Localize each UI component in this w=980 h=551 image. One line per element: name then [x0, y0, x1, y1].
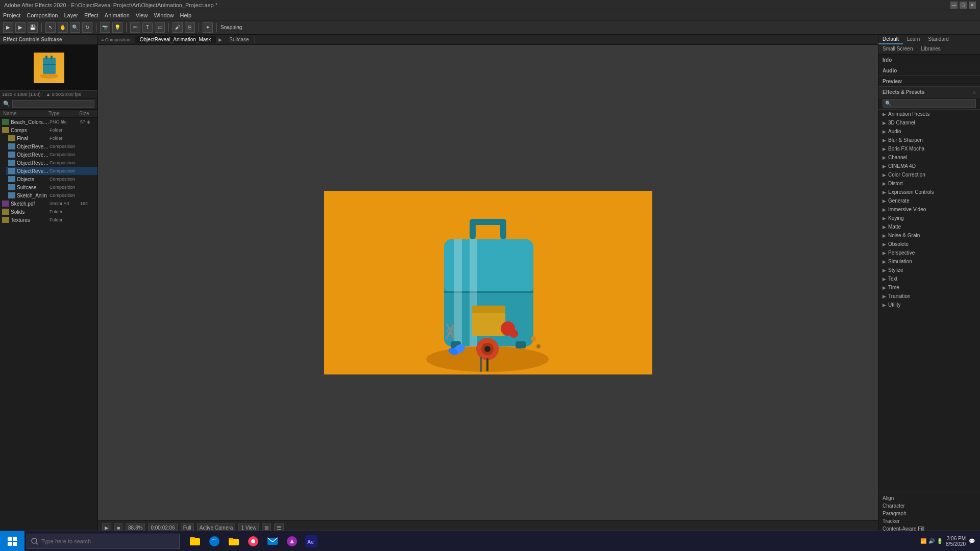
effect-immersive-video[interactable]: ▶ Immersive Video: [878, 205, 980, 214]
taskbar-folder[interactable]: [225, 532, 243, 550]
maximize-button[interactable]: □: [960, 2, 967, 9]
item-name: Textures: [11, 217, 50, 223]
toolbar-puppet[interactable]: ✦: [203, 22, 213, 33]
comp-tab-mask[interactable]: ObjectReveal_Animation_Mask: [135, 36, 217, 43]
menu-composition[interactable]: Composition: [27, 12, 58, 18]
title-bar-controls[interactable]: — □ ✕: [950, 2, 976, 9]
toolbar-new[interactable]: ▶: [3, 22, 13, 33]
taskbar-file-explorer[interactable]: [186, 532, 204, 550]
toolbar-light[interactable]: 💡: [112, 22, 122, 33]
effect-matte[interactable]: ▶ Matte: [878, 222, 980, 231]
effects-search-input[interactable]: [883, 99, 976, 108]
effect-obsolete[interactable]: ▶ Obsolete: [878, 240, 980, 248]
tab-default[interactable]: Default: [878, 35, 903, 44]
toolbar-save[interactable]: 💾: [28, 22, 38, 33]
effect-time[interactable]: ▶ Time: [878, 283, 980, 292]
menu-view[interactable]: View: [136, 12, 148, 18]
project-item-objectreveal-anim[interactable]: ObjectReveal_3_Animation Composition: [6, 142, 97, 151]
project-item-objects[interactable]: Objects Composition: [6, 175, 97, 183]
project-item-comps[interactable]: Comps Folder: [0, 126, 97, 134]
effect-boris-fx[interactable]: ▶ Boris FX Mocha: [878, 144, 980, 153]
item-icon-comp: [8, 160, 15, 166]
effect-color-correction[interactable]: ▶ Color Correction: [878, 170, 980, 179]
toolbar-paint[interactable]: 🖌: [173, 22, 183, 33]
toolbar-camera[interactable]: 📷: [100, 22, 110, 33]
toolbar-clone[interactable]: ⎘: [185, 22, 195, 33]
effect-channel[interactable]: ▶ Channel: [878, 153, 980, 162]
paragraph-section[interactable]: Paragraph: [883, 510, 976, 517]
effect-expression-controls[interactable]: ▶ Expression Controls: [878, 188, 980, 196]
preview-small: [0, 45, 97, 91]
align-section[interactable]: Align: [883, 494, 976, 502]
taskbar-photos[interactable]: [283, 532, 301, 550]
project-item-textures[interactable]: Textures Folder: [0, 216, 97, 224]
effects-search[interactable]: [878, 97, 980, 110]
project-item-objectreveal-effects[interactable]: ObjectReveal_Effects Composition: [6, 151, 97, 159]
menu-animation[interactable]: Animation: [105, 12, 130, 18]
comp-tab-suitcase[interactable]: Suitcase: [224, 36, 254, 43]
toolbar-select[interactable]: ↖: [45, 22, 56, 33]
effect-perspective[interactable]: ▶ Perspective: [878, 248, 980, 257]
effect-generate[interactable]: ▶ Generate: [878, 196, 980, 205]
effect-distort[interactable]: ▶ Distort: [878, 179, 980, 188]
project-item-objectreveal-effects-insta[interactable]: ObjectReveal_Effects_Insta Composition: [6, 159, 97, 167]
minimize-button[interactable]: —: [950, 2, 958, 9]
project-item-solids[interactable]: Solids Folder: [0, 208, 97, 216]
tab-small-screen[interactable]: Small Screen: [878, 44, 917, 54]
menu-project[interactable]: Project: [3, 12, 20, 18]
effect-audio[interactable]: ▶ Audio: [878, 127, 980, 136]
svg-rect-36: [13, 542, 17, 546]
project-item-suitcase[interactable]: Suitcase Composition: [6, 183, 97, 191]
character-section[interactable]: Character: [883, 502, 976, 510]
taskbar-mail[interactable]: [263, 532, 282, 550]
project-item-final[interactable]: Final Folder: [6, 134, 97, 142]
toolbar-text[interactable]: T: [142, 22, 153, 33]
taskbar-search-bar[interactable]: [27, 534, 180, 549]
effect-blur-sharpen[interactable]: ▶ Blur & Sharpen: [878, 136, 980, 144]
effects-options-icon[interactable]: ≡: [973, 89, 976, 95]
tracker-section[interactable]: Tracker: [883, 517, 976, 525]
project-item-beach-colors[interactable]: Beach_Colors.png PNG file 57 ◈: [0, 118, 97, 126]
taskbar-search-input[interactable]: [41, 538, 175, 544]
effect-simulation[interactable]: ▶ Simulation: [878, 257, 980, 266]
menu-layer[interactable]: Layer: [64, 12, 78, 18]
effect-text[interactable]: ▶ Text: [878, 274, 980, 283]
project-search-input[interactable]: [12, 100, 94, 108]
effect-transition[interactable]: ▶ Transition: [878, 292, 980, 300]
menu-help[interactable]: Help: [180, 12, 192, 18]
notification-icon[interactable]: 💬: [969, 538, 975, 544]
toolbar-zoom[interactable]: 🔍: [70, 22, 80, 33]
svg-point-41: [209, 536, 219, 546]
taskbar-clock[interactable]: 3:06 PM 8/5/2020: [946, 536, 966, 547]
effect-utility[interactable]: ▶ Utility: [878, 300, 980, 309]
project-item-objectreveal-mask[interactable]: ObjectReveal_Animation_Mask Composition: [6, 167, 97, 175]
effect-noise-grain[interactable]: ▶ Noise & Grain: [878, 231, 980, 240]
item-icon-folder: [2, 209, 9, 215]
taskbar-edge[interactable]: [205, 532, 224, 550]
tab-standard[interactable]: Standard: [924, 35, 953, 44]
toolbar-pen[interactable]: ✏: [130, 22, 140, 33]
close-button[interactable]: ✕: [969, 2, 976, 9]
effect-stylize[interactable]: ▶ Stylize: [878, 266, 980, 274]
preview-section: Preview: [878, 76, 980, 87]
effect-keying[interactable]: ▶ Keying: [878, 214, 980, 222]
toolbar-rotate[interactable]: ↻: [82, 22, 92, 33]
item-icon-comp: [8, 143, 15, 149]
effect-animation-presets[interactable]: ▶ Animation Presets: [878, 110, 980, 118]
effect-cinema4d[interactable]: ▶ CINEMA 4D: [878, 162, 980, 170]
project-item-sketch-anim[interactable]: Sketch_Anim Composition: [6, 191, 97, 199]
taskbar-music[interactable]: [244, 532, 262, 550]
toolbar-shape[interactable]: ▭: [155, 22, 165, 33]
menu-effect[interactable]: Effect: [84, 12, 99, 18]
effect-3d-channel[interactable]: ▶ 3D Channel: [878, 118, 980, 127]
tab-learn[interactable]: Learn: [903, 35, 924, 44]
menu-window[interactable]: Window: [154, 12, 174, 18]
project-item-sketch-pdf[interactable]: Sketch.pdf Vector Art 162: [0, 199, 97, 208]
tab-libraries[interactable]: Libraries: [917, 44, 944, 54]
toolbar-hand[interactable]: ✋: [58, 22, 68, 33]
composition-viewport[interactable]: [98, 45, 878, 520]
toolbar-open[interactable]: ▶: [15, 22, 26, 33]
project-search[interactable]: 🔍: [0, 98, 97, 110]
taskbar-aftereffects[interactable]: Ae: [302, 532, 321, 550]
taskbar-start-button[interactable]: [0, 531, 24, 552]
